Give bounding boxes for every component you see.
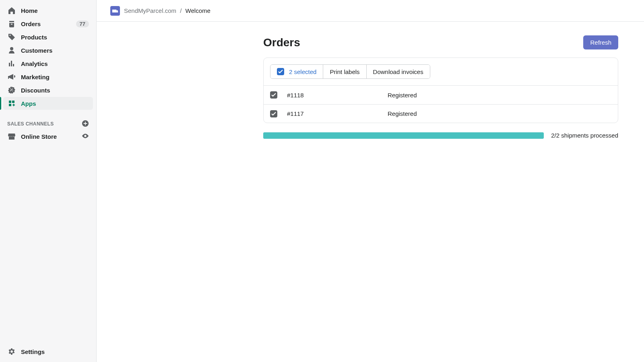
checkbox-checked-icon [277, 68, 284, 75]
parcel-app-icon [110, 6, 120, 16]
print-labels-button[interactable]: Print labels [323, 65, 366, 78]
bulk-action-group: 2 selected Print labels Download invoice… [270, 64, 430, 79]
store-icon [7, 132, 16, 140]
sidebar-item-marketing[interactable]: Marketing [3, 70, 93, 83]
table-row[interactable]: #1117 Registered [264, 104, 618, 123]
channels-nav: Online Store [0, 130, 96, 143]
breadcrumb-app[interactable]: SendMyParcel.com [124, 7, 176, 14]
sidebar-item-label: Products [21, 34, 47, 41]
sales-channels-heading: SALES CHANNELS [0, 118, 96, 130]
main: SendMyParcel.com / Welcome Orders Refres… [97, 0, 644, 362]
sidebar-item-settings[interactable]: Settings [3, 345, 93, 358]
sidebar-item-label: Online Store [21, 133, 57, 140]
sidebar-item-customers[interactable]: Customers [3, 44, 93, 57]
refresh-button[interactable]: Refresh [583, 35, 618, 49]
sidebar-item-apps[interactable]: Apps [3, 97, 93, 110]
download-invoices-button[interactable]: Download invoices [366, 65, 430, 78]
progress: 2/2 shipments processed [263, 132, 618, 139]
primary-nav: Home Orders 77 Products Customers Analyt… [0, 4, 96, 110]
eye-icon[interactable] [82, 132, 89, 141]
select-all-button[interactable]: 2 selected [270, 65, 323, 78]
page-title: Orders [263, 36, 300, 49]
breadcrumb: SendMyParcel.com / Welcome [124, 7, 211, 14]
tag-icon [7, 33, 16, 41]
page: Orders Refresh 2 selected Print labels D… [97, 22, 644, 139]
sales-channels-label: SALES CHANNELS [7, 121, 54, 127]
page-header: Orders Refresh [263, 35, 618, 49]
progress-fill [263, 132, 544, 139]
order-status: Registered [388, 92, 417, 99]
row-checkbox[interactable] [270, 110, 277, 117]
add-channel-icon[interactable] [82, 120, 89, 128]
megaphone-icon [7, 73, 16, 81]
breadcrumb-page: Welcome [186, 7, 211, 14]
discount-icon [7, 86, 16, 94]
sidebar-item-label: Settings [21, 348, 45, 355]
sidebar-item-online-store[interactable]: Online Store [3, 130, 93, 143]
sidebar-item-label: Marketing [21, 74, 50, 80]
sidebar-item-label: Apps [21, 100, 36, 107]
order-id: #1118 [287, 92, 388, 99]
breadcrumb-separator: / [180, 7, 182, 14]
selected-count: 2 selected [289, 68, 316, 75]
analytics-icon [7, 60, 16, 68]
orders-icon [7, 20, 16, 28]
progress-label: 2/2 shipments processed [551, 132, 618, 139]
order-status: Registered [388, 110, 417, 117]
sidebar-item-label: Home [21, 7, 38, 14]
home-icon [7, 6, 16, 14]
sidebar-item-discounts[interactable]: Discounts [3, 84, 93, 97]
sidebar: Home Orders 77 Products Customers Analyt… [0, 0, 97, 362]
progress-bar [263, 132, 544, 139]
gear-icon [7, 348, 16, 356]
bulk-toolbar: 2 selected Print labels Download invoice… [264, 58, 618, 86]
sidebar-item-products[interactable]: Products [3, 31, 93, 43]
sidebar-item-label: Analytics [21, 60, 48, 67]
person-icon [7, 46, 16, 54]
sidebar-item-label: Discounts [21, 87, 50, 94]
sidebar-item-home[interactable]: Home [3, 4, 93, 17]
table-row[interactable]: #1118 Registered [264, 86, 618, 104]
sidebar-item-analytics[interactable]: Analytics [3, 57, 93, 70]
orders-card: 2 selected Print labels Download invoice… [263, 58, 618, 123]
sidebar-item-label: Customers [21, 47, 52, 54]
order-id: #1117 [287, 110, 388, 117]
sidebar-item-label: Orders [21, 21, 41, 27]
row-checkbox[interactable] [270, 91, 277, 99]
settings-nav: Settings [0, 345, 96, 358]
orders-badge: 77 [76, 21, 89, 27]
sidebar-item-orders[interactable]: Orders 77 [3, 17, 93, 30]
apps-icon [7, 99, 16, 107]
topbar: SendMyParcel.com / Welcome [97, 0, 644, 22]
